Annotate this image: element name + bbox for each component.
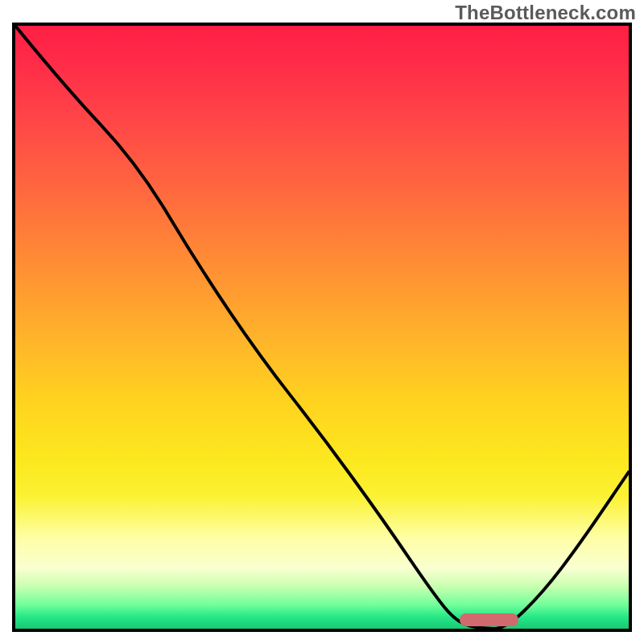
plot-area: [12, 23, 632, 632]
chart-frame: TheBottleneck.com: [0, 0, 644, 644]
bottleneck-curve: [15, 26, 629, 629]
optimum-marker: [460, 613, 518, 626]
watermark-text: TheBottleneck.com: [455, 2, 636, 24]
